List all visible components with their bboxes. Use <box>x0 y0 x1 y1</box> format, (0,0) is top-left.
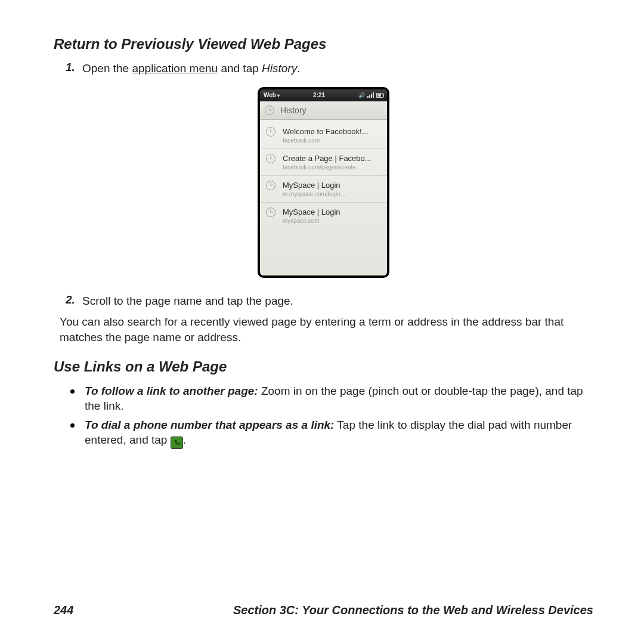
clock-icon <box>266 208 275 217</box>
status-app: Web ▾ <box>264 92 280 98</box>
history-row-url: facebook.com/pages/create... <box>283 164 371 171</box>
history-row-title: MySpace | Login <box>283 208 340 216</box>
section-title: Section 3C: Your Connections to the Web … <box>73 603 593 617</box>
bullet-follow-link: To follow a link to another page: Zoom i… <box>70 383 593 414</box>
phone-screenshot: Web ▾ 2:21 🔊 History <box>54 87 593 278</box>
bullet-lead: To follow a link to another page: <box>85 385 258 397</box>
step-1-part-b: and tap <box>218 62 262 75</box>
history-row-title: Create a Page | Facebo... <box>283 154 371 163</box>
history-row-title: Welcome to Facebook!... <box>283 127 369 136</box>
page-number: 244 <box>54 603 73 617</box>
clock-icon <box>265 106 274 115</box>
clock-icon <box>266 154 275 163</box>
links-bullet-list: To follow a link to another page: Zoom i… <box>70 383 593 450</box>
page-footer: 244 Section 3C: Your Connections to the … <box>54 603 593 617</box>
phone-dial-icon <box>171 436 183 449</box>
status-bar: Web ▾ 2:21 🔊 <box>260 89 387 101</box>
signal-icon <box>367 92 374 98</box>
phone-frame: Web ▾ 2:21 🔊 History <box>258 87 389 278</box>
history-row-url: myspace.com <box>283 218 340 224</box>
wifi-icon: 🔊 <box>358 92 365 98</box>
search-hint-paragraph: You can also search for a recently viewe… <box>60 314 593 345</box>
status-time: 2:21 <box>313 92 325 98</box>
bullet-rest-b: . <box>183 434 186 446</box>
history-row-title: MySpace | Login <box>283 181 345 190</box>
step-1-text: Open the application menu and tap Histor… <box>82 61 593 76</box>
history-row[interactable]: MySpace | Login myspace.com <box>260 203 387 229</box>
step-1-part-d: . <box>297 62 300 75</box>
clock-icon <box>266 127 275 137</box>
history-row-url: m.myspace.com/login... <box>283 191 345 197</box>
step-2-number: 2. <box>66 293 82 306</box>
app-menu-link[interactable]: application menu <box>132 62 218 75</box>
bullet-lead: To dial a phone number that appears as a… <box>85 419 334 431</box>
step-1-part-a: Open the <box>82 62 132 75</box>
history-row[interactable]: Create a Page | Facebo... facebook.com/p… <box>260 149 387 176</box>
history-row[interactable]: MySpace | Login m.myspace.com/login... <box>260 176 387 203</box>
step-2: 2. Scroll to the page name and tap the p… <box>66 293 593 309</box>
bullet-dial-link: To dial a phone number that appears as a… <box>70 417 593 450</box>
history-title: History <box>280 106 306 115</box>
heading-links: Use Links on a Web Page <box>54 358 593 375</box>
history-label: History <box>262 62 297 75</box>
battery-icon <box>376 93 383 98</box>
history-list: Welcome to Facebook!... facebook.com Cre… <box>260 120 387 275</box>
step-2-text: Scroll to the page name and tap the page… <box>82 293 593 309</box>
clock-icon <box>266 181 275 190</box>
history-row[interactable]: Welcome to Facebook!... facebook.com <box>260 122 387 149</box>
step-1: 1. Open the application menu and tap His… <box>66 61 593 76</box>
history-title-bar: History <box>260 101 387 120</box>
history-row-url: facebook.com <box>283 137 369 144</box>
step-1-number: 1. <box>66 61 82 74</box>
heading-return: Return to Previously Viewed Web Pages <box>54 36 593 52</box>
